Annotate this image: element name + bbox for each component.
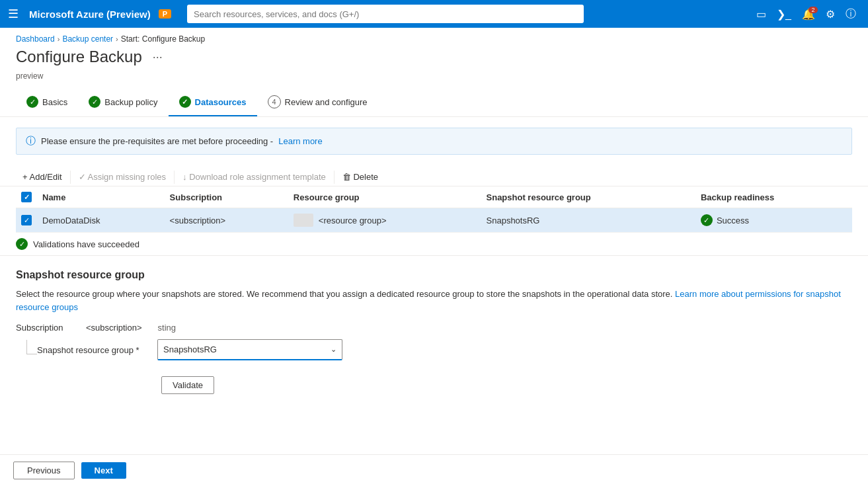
backup-policy-check-icon: ✓ [89,96,100,108]
help-icon[interactable]: ⓘ [842,5,860,24]
tab-review-label: Review and configure [285,97,368,107]
subscription-value: <subscription> [86,323,142,333]
tab-backup-policy[interactable]: ✓ Backup policy [78,89,168,116]
snapshot-rg-row: Snapshot resource group * SnapshotsRG ⌄ [16,334,852,360]
assign-roles-button[interactable]: ✓ Assign missing roles [72,168,173,186]
datasources-check-icon: ✓ [179,96,191,108]
notification-icon[interactable]: 🔔 2 [798,5,819,23]
table-container: ✓ Name Subscription Resource group Snaps… [0,186,868,233]
col-name: Name [37,186,165,208]
breadcrumb-backup-center[interactable]: Backup center [62,34,113,44]
readiness-text: Success [717,216,749,225]
download-template-button[interactable]: ↓ Download role assignment template [176,168,333,186]
bracket-connector [26,340,37,354]
row-snapshot-rg: SnapshotsRG [481,208,695,233]
tab-datasources-label: Datasources [195,97,247,107]
notification-badge: 2 [809,7,818,13]
tab-basics-label: Basics [42,97,67,107]
previous-button[interactable]: Previous [13,462,75,479]
toolbar: + Add/Edit ✓ Assign missing roles ↓ Down… [0,165,868,186]
portal-icon[interactable]: ▭ [752,5,770,23]
tab-backup-policy-label: Backup policy [104,97,157,107]
snapshot-rg-field-row: Snapshot resource group * SnapshotsRG ⌄ [37,339,342,360]
subscription-suffix: sting [158,323,176,333]
col-readiness: Backup readiness [695,186,852,208]
table-row[interactable]: ✓ DemoDataDisk <subscription> <resource … [16,208,852,233]
info-bar: ⓘ Please ensure the pre-requisites are m… [16,128,852,155]
tab-basics[interactable]: ✓ Basics [16,89,78,116]
page-header: Configure Backup ··· [0,48,868,71]
validation-check-icon: ✓ [16,238,28,250]
snapshot-section-title: Snapshot resource group [16,269,852,281]
col-resource-group: Resource group [288,186,481,208]
breadcrumb: Dashboard › Backup center › Start: Confi… [0,28,868,48]
col-snapshot-rg: Snapshot resource group [481,186,695,208]
snapshot-section: Snapshot resource group Select the resou… [0,256,868,394]
bottom-bar: Previous Next [0,454,868,486]
validation-text: Validations have succeeded [33,239,139,249]
cloud-shell-icon[interactable]: ❯_ [773,5,795,23]
row-subscription: <subscription> [165,208,288,233]
tab-review[interactable]: 4 Review and configure [257,89,378,116]
datasources-table: ✓ Name Subscription Resource group Snaps… [16,186,852,233]
row-name: DemoDataDisk [37,208,165,233]
page-content: Dashboard › Backup center › Start: Confi… [0,28,868,486]
info-text: Please ensure the pre-requisites are met… [41,136,273,146]
select-all-checkbox[interactable]: ✓ [21,192,32,202]
next-button[interactable]: Next [81,462,126,479]
validate-btn-container: Validate [161,368,852,394]
topbar: ☰ Microsoft Azure (Preview) P ▭ ❯_ 🔔 2 ⚙… [0,0,868,28]
tabs: ✓ Basics ✓ Backup policy ✓ Datasources 4… [0,89,868,117]
toolbar-sep-2 [174,171,175,184]
breadcrumb-sep-1: › [58,35,60,43]
breadcrumb-dashboard[interactable]: Dashboard [16,34,55,44]
snapshot-section-desc: Select the resource group where your sna… [16,288,852,313]
toolbar-sep-1 [70,171,71,184]
info-icon: ⓘ [26,135,36,147]
page-subtitle: preview [0,71,868,89]
subscription-row: Subscription <subscription> sting [16,323,852,333]
toolbar-sep-3 [334,171,335,184]
snapshot-rg-label: Snapshot resource group * [37,345,149,355]
breadcrumb-sep-2: › [116,35,118,43]
hamburger-icon[interactable]: ☰ [8,7,19,21]
snapshot-rg-select[interactable]: SnapshotsRG ⌄ [157,339,342,360]
row-resource-group: <resource group> [288,208,481,233]
validate-button[interactable]: Validate [161,376,214,394]
validation-row: ✓ Validations have succeeded [0,233,868,256]
tab-datasources[interactable]: ✓ Datasources [169,89,257,116]
row-rg-value: <resource group> [319,216,387,225]
preview-badge: P [159,9,171,19]
page-title: Configure Backup [16,48,142,66]
col-subscription: Subscription [165,186,288,208]
row-checkbox[interactable]: ✓ [21,215,32,225]
learn-more-link[interactable]: Learn more [278,136,322,146]
snapshot-rg-value: SnapshotsRG [163,344,217,354]
readiness-check-icon: ✓ [701,214,713,226]
basics-check-icon: ✓ [26,96,38,108]
review-num-icon: 4 [268,95,281,108]
chevron-down-icon: ⌄ [331,345,336,354]
breadcrumb-current: Start: Configure Backup [121,34,205,44]
settings-icon[interactable]: ⚙ [822,5,839,23]
global-search-input[interactable] [187,5,584,23]
add-edit-button[interactable]: + Add/Edit [16,168,69,186]
more-options-button[interactable]: ··· [149,49,167,65]
app-title: Microsoft Azure (Preview) [29,9,151,20]
row-readiness: ✓ Success [695,208,852,233]
delete-button[interactable]: 🗑 Delete [336,168,385,186]
topbar-icons: ▭ ❯_ 🔔 2 ⚙ ⓘ [752,5,860,24]
subscription-label: Subscription [16,323,75,333]
